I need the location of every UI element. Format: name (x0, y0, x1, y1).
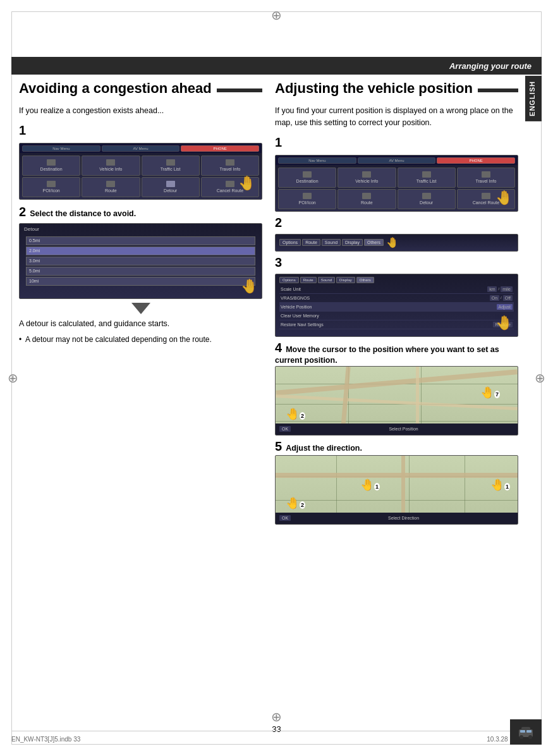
r-nav-travel-info: Travel Info (457, 168, 515, 188)
detour-list: 0.5mi 2.0mi 3.0mi 5.0mi 10mi (22, 234, 259, 290)
right-step2-row: 2 (275, 216, 518, 233)
opt-val-adjust: Adjust (497, 304, 513, 310)
right-step4-num: 4 (275, 341, 282, 355)
map2-ok-btn: OK (279, 515, 291, 521)
svg-rect-6 (526, 730, 532, 733)
right-step5-row: 5Adjust the direction. (275, 439, 518, 454)
r-nav-detour: Detour (398, 189, 456, 209)
map2-select-dir: Select Direction (293, 516, 514, 520)
map-cursor-2: 🤚2 (286, 407, 305, 421)
cursor-hand-2: 🤚 (241, 278, 258, 295)
r-cursor-hand-2: 🤚 (386, 236, 399, 248)
opt-label-scale: Scale Unit (281, 287, 487, 291)
left-menu-screen: Nav Menu AV Menu PHONE Destination Vehic… (19, 143, 262, 200)
opt-tab-options: Options (279, 239, 301, 246)
detour-30mi: 3.0mi (26, 257, 255, 265)
right-intro: If you find your current position is dis… (275, 105, 518, 129)
opt-val-km: km (487, 286, 497, 292)
opt-tab-route: Route (302, 239, 320, 246)
map-ok-btn: OK (279, 426, 291, 432)
bottom-left-text: EN_KW-NT3[J]5.indb 33 (11, 736, 80, 743)
svg-rect-5 (520, 730, 525, 733)
oh-route: Route (300, 277, 317, 283)
map2-cursor-left-1: 🤚1 (360, 478, 380, 492)
english-tab: ENGLISH (525, 76, 542, 121)
opt-row-vehicle-pos: Vehicle Position Adjust (279, 303, 514, 312)
car-icon-box (510, 719, 542, 745)
right-step5-label: Adjust the direction. (286, 444, 362, 453)
arrow-line (19, 303, 262, 315)
right-step3-row: 3 (275, 255, 518, 272)
map2-bottom-bar: OK Select Direction (276, 513, 518, 524)
cursor-hand-1: 🤚 (238, 175, 255, 192)
opt-row-restore: Restore Navi Settings Restore (279, 320, 514, 329)
oh-others: Others (356, 277, 374, 283)
r-nav-route: Route (337, 189, 396, 209)
right-step4-label: Move the cursor to the position where yo… (275, 345, 499, 365)
oh-sound: Sound (318, 277, 335, 283)
left-note1: A detour is calculated, and guidance sta… (19, 318, 262, 330)
bottom-bar: EN_KW-NT3[J]5.indb 33 10.3.28 9:57:23 AM (11, 731, 542, 745)
map-screen2: OK Select Direction 🤚2 🤚1 🤚1 (275, 455, 518, 525)
r-nav-destination: Destination (278, 168, 336, 188)
nav-traffic-list: Traffic List (142, 155, 200, 176)
opt-row-clear-mem: Clear User Memory (279, 312, 514, 320)
opt-label-vras: VRAS/BGNOS (281, 296, 490, 300)
left-step2-label: Select the distance to avoid. (30, 209, 136, 218)
map2-cursor-right-1: 🤚1 (490, 478, 510, 492)
nav-vehicle-info: Vehicle Info (82, 155, 140, 176)
detour-50mi: 5.0mi (26, 267, 255, 276)
left-intro: If you realize a congestion exists ahead… (19, 105, 262, 117)
opt-row-scale: Scale Unit km / mile (279, 285, 514, 294)
opt-label-clear-mem: Clear User Memory (281, 314, 513, 318)
right-step4-row: 4Move the cursor to the position where y… (275, 341, 518, 365)
right-nav-menu: Destination Vehicle Info Traffic List Tr… (276, 165, 518, 212)
right-title-bar: Adjusting the vehicle position (275, 81, 518, 100)
r-nav-traffic-list: Traffic List (398, 168, 456, 188)
opt-tab-display: Display (342, 239, 363, 246)
left-step2-row: 2Select the distance to avoid. (19, 205, 262, 219)
right-step5-num: 5 (275, 439, 282, 453)
r-cursor-hand-3: 🤚 (495, 315, 513, 331)
opt-full-header: Options Route Sound Display Others (279, 277, 514, 283)
crosshair-left: ⊕ (8, 370, 18, 386)
nav-route: Route (82, 177, 140, 197)
nav-poi: POI/Icon (22, 177, 80, 197)
left-step2-num: 2 (19, 205, 26, 219)
opt-tab-sound: Sound (322, 239, 341, 246)
nav-detour: Detour (142, 177, 200, 197)
svg-point-3 (520, 735, 523, 739)
left-title-line (217, 88, 262, 92)
options-full-screen: Options Route Sound Display Others Scale… (275, 274, 518, 337)
left-section-title: Avoiding a congestion ahead (19, 81, 212, 96)
right-menu-screen: Nav Menu AV Menu PHONE Destination Vehic… (275, 155, 518, 212)
opt-val-mile: mile (501, 286, 513, 292)
main-content: Avoiding a congestion ahead If you reali… (19, 75, 518, 718)
right-step2-num: 2 (275, 216, 282, 230)
left-column: Avoiding a congestion ahead If you reali… (19, 75, 262, 718)
left-step1-num: 1 (19, 123, 26, 138)
map2-cursor-2: 🤚2 (286, 496, 305, 510)
right-title-line (478, 88, 518, 92)
options-bar: Options Route Sound Display Others 🤚 (276, 235, 518, 251)
right-step1-num: 1 (275, 135, 282, 150)
nav-travel-info: Travel Info (201, 155, 259, 176)
crosshair-right: ⊕ (535, 370, 545, 386)
left-step1: 1 (19, 123, 262, 140)
right-section-title: Adjusting the vehicle position (275, 81, 473, 96)
opt-val-off: Off (503, 295, 513, 301)
detour-screen: Detour 0.5mi 2.0mi 3.0mi 5.0mi 10mi 🤚 (19, 223, 262, 299)
r-cursor-hand-1: 🤚 (495, 190, 513, 206)
header-bar: Arranging your route (11, 57, 542, 75)
opt-label-restore-nav: Restore Navi Settings (281, 322, 493, 327)
right-column: Adjusting the vehicle position If you fi… (275, 75, 518, 718)
opt-tab-others: Others (364, 239, 384, 246)
right-step1: 1 (275, 135, 518, 152)
header-title: Arranging your route (449, 61, 532, 71)
left-bullet1: A detour may not be calculated depending… (19, 334, 262, 345)
opt-val-on: On (490, 295, 499, 301)
oh-options: Options (279, 277, 299, 283)
nav-menu: Destination Vehicle Info Traffic List Tr… (20, 153, 262, 200)
left-title-bar: Avoiding a congestion ahead (19, 81, 262, 100)
oh-display: Display (336, 277, 355, 283)
